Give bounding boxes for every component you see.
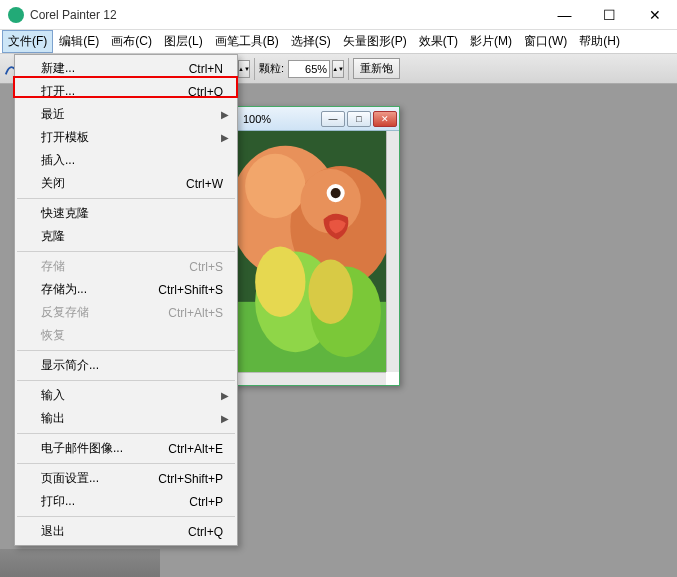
menuitem-shortcut: Ctrl+W (186, 177, 223, 191)
document-window[interactable]: 100% — □ ✕ (234, 106, 400, 386)
menuitem-输出[interactable]: 输出▶ (15, 407, 237, 430)
menu-separator (17, 198, 235, 199)
menuitem-label: 页面设置... (41, 470, 99, 487)
app-title: Corel Painter 12 (30, 8, 542, 22)
menuitem-shortcut: Ctrl+Alt+S (168, 306, 223, 320)
submenu-arrow-icon: ▶ (221, 109, 229, 120)
menuitem-shortcut: Ctrl+P (189, 495, 223, 509)
menuitem-shortcut: Ctrl+N (189, 62, 223, 76)
document-zoom: 100% (237, 113, 271, 125)
menuitem-打开模板[interactable]: 打开模板▶ (15, 126, 237, 149)
menuitem-新建[interactable]: 新建...Ctrl+N (15, 57, 237, 80)
menu-3[interactable]: 图层(L) (158, 30, 209, 53)
app-icon (8, 7, 24, 23)
file-menu-dropdown: 新建...Ctrl+N打开...Ctrl+O最近▶打开模板▶插入...关闭Ctr… (14, 54, 238, 546)
menu-1[interactable]: 编辑(E) (53, 30, 105, 53)
menuitem-label: 打开... (41, 83, 75, 100)
titlebar: Corel Painter 12 — ☐ ✕ (0, 0, 677, 30)
menu-10[interactable]: 帮助(H) (573, 30, 626, 53)
menuitem-shortcut: Ctrl+S (189, 260, 223, 274)
menuitem-最近[interactable]: 最近▶ (15, 103, 237, 126)
submenu-arrow-icon: ▶ (221, 413, 229, 424)
menuitem-label: 显示简介... (41, 357, 99, 374)
menu-2[interactable]: 画布(C) (105, 30, 158, 53)
doc-maximize-button[interactable]: □ (347, 111, 371, 127)
thumbnail-strip (0, 549, 160, 577)
maximize-button[interactable]: ☐ (587, 0, 632, 29)
opacity-stepper[interactable]: ▲▼ (238, 60, 250, 78)
menuitem-label: 新建... (41, 60, 75, 77)
menu-separator (17, 380, 235, 381)
menu-separator (17, 251, 235, 252)
grain-label: 颗粒: (259, 61, 284, 76)
window-buttons: — ☐ ✕ (542, 0, 677, 29)
doc-close-button[interactable]: ✕ (373, 111, 397, 127)
menu-0[interactable]: 文件(F) (2, 30, 53, 53)
separator (254, 58, 255, 80)
menu-separator (17, 516, 235, 517)
menuitem-打开[interactable]: 打开...Ctrl+O (15, 80, 237, 103)
menuitem-label: 存储 (41, 258, 65, 275)
menuitem-输入[interactable]: 输入▶ (15, 384, 237, 407)
grain-input[interactable] (288, 60, 330, 78)
menuitem-shortcut: Ctrl+O (188, 85, 223, 99)
menuitem-label: 打开模板 (41, 129, 89, 146)
separator (348, 58, 349, 80)
menu-8[interactable]: 影片(M) (464, 30, 518, 53)
menuitem-存储为[interactable]: 存储为...Ctrl+Shift+S (15, 278, 237, 301)
menu-6[interactable]: 矢量图形(P) (337, 30, 413, 53)
submenu-arrow-icon: ▶ (221, 132, 229, 143)
menuitem-电子邮件图像[interactable]: 电子邮件图像...Ctrl+Alt+E (15, 437, 237, 460)
menuitem-退出[interactable]: 退出Ctrl+Q (15, 520, 237, 543)
svg-point-8 (331, 188, 341, 198)
doc-scrollbar-vertical[interactable] (386, 131, 399, 372)
menuitem-label: 电子邮件图像... (41, 440, 123, 457)
menuitem-关闭[interactable]: 关闭Ctrl+W (15, 172, 237, 195)
menubar: 文件(F)编辑(E)画布(C)图层(L)画笔工具(B)选择(S)矢量图形(P)效… (0, 30, 677, 54)
menu-separator (17, 433, 235, 434)
grain-stepper[interactable]: ▲▼ (332, 60, 344, 78)
menu-separator (17, 463, 235, 464)
menuitem-克隆[interactable]: 克隆 (15, 225, 237, 248)
menu-5[interactable]: 选择(S) (285, 30, 337, 53)
menuitem-插入[interactable]: 插入... (15, 149, 237, 172)
menuitem-label: 反复存储 (41, 304, 89, 321)
menuitem-存储: 存储Ctrl+S (15, 255, 237, 278)
menuitem-label: 退出 (41, 523, 65, 540)
menuitem-页面设置[interactable]: 页面设置...Ctrl+Shift+P (15, 467, 237, 490)
canvas-image (235, 131, 386, 372)
menuitem-shortcut: Ctrl+Shift+P (158, 472, 223, 486)
doc-scrollbar-horizontal[interactable] (235, 372, 386, 385)
menuitem-shortcut: Ctrl+Shift+S (158, 283, 223, 297)
menu-separator (17, 350, 235, 351)
menuitem-label: 插入... (41, 152, 75, 169)
menuitem-label: 存储为... (41, 281, 87, 298)
menu-4[interactable]: 画笔工具(B) (209, 30, 285, 53)
resat-button[interactable]: 重新饱 (353, 58, 400, 79)
menuitem-恢复: 恢复 (15, 324, 237, 347)
menuitem-label: 打印... (41, 493, 75, 510)
menuitem-shortcut: Ctrl+Q (188, 525, 223, 539)
document-titlebar[interactable]: 100% — □ ✕ (235, 107, 399, 131)
menuitem-打印[interactable]: 打印...Ctrl+P (15, 490, 237, 513)
menuitem-反复存储: 反复存储Ctrl+Alt+S (15, 301, 237, 324)
submenu-arrow-icon: ▶ (221, 390, 229, 401)
menuitem-label: 关闭 (41, 175, 65, 192)
menuitem-label: 快速克隆 (41, 205, 89, 222)
svg-point-5 (245, 154, 305, 218)
doc-minimize-button[interactable]: — (321, 111, 345, 127)
menuitem-shortcut: Ctrl+Alt+E (168, 442, 223, 456)
minimize-button[interactable]: — (542, 0, 587, 29)
close-button[interactable]: ✕ (632, 0, 677, 29)
menuitem-label: 输入 (41, 387, 65, 404)
menuitem-label: 输出 (41, 410, 65, 427)
document-canvas[interactable] (235, 131, 386, 372)
menu-9[interactable]: 窗口(W) (518, 30, 573, 53)
svg-point-12 (308, 260, 352, 324)
menuitem-显示简介[interactable]: 显示简介... (15, 354, 237, 377)
menu-7[interactable]: 效果(T) (413, 30, 464, 53)
menuitem-快速克隆[interactable]: 快速克隆 (15, 202, 237, 225)
menuitem-label: 最近 (41, 106, 65, 123)
svg-point-11 (255, 246, 305, 316)
grain-spinner[interactable]: ▲▼ (288, 60, 344, 78)
